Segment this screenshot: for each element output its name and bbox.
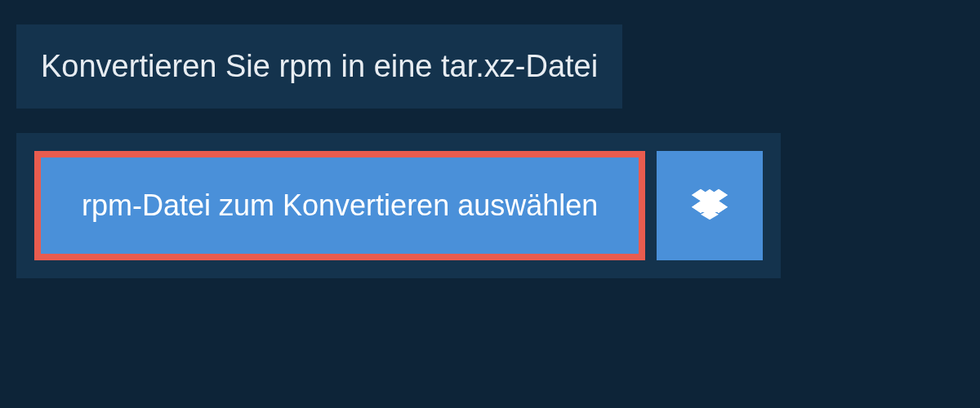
title-bar: Konvertieren Sie rpm in eine tar.xz-Date… bbox=[16, 24, 622, 109]
select-file-button-label: rpm-Datei zum Konvertieren auswählen bbox=[82, 188, 598, 223]
upload-actions-panel: rpm-Datei zum Konvertieren auswählen bbox=[16, 133, 781, 278]
page-title: Konvertieren Sie rpm in eine tar.xz-Date… bbox=[41, 49, 598, 84]
dropbox-button[interactable] bbox=[657, 151, 763, 260]
dropbox-icon bbox=[692, 186, 728, 225]
select-file-button[interactable]: rpm-Datei zum Konvertieren auswählen bbox=[34, 151, 645, 260]
